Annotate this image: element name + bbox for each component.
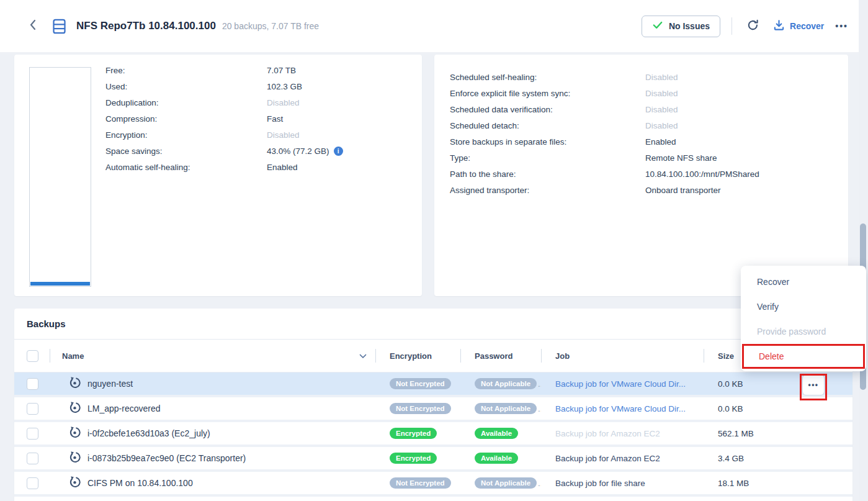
- row-actions-button[interactable]: •••: [802, 374, 825, 395]
- detail-row: Scheduled detach:Disabled: [450, 117, 838, 133]
- table-row[interactable]: i-0873b25b9ea7ec9e0 (EC2 Transporter)Enc…: [14, 447, 852, 472]
- page-title: NFS Repo7Tb 10.84.100.100: [76, 20, 216, 32]
- backup-name-label: i-0873b25b9ea7ec9e0 (EC2 Transporter): [87, 453, 246, 463]
- job-link: Backup job for Amazon EC2: [555, 429, 660, 438]
- menu-item-provide-password: Provide password: [741, 319, 866, 344]
- detail-value: 43.0% (77.2 GB)i: [267, 147, 343, 156]
- encryption-badge: Encrypted: [390, 453, 437, 464]
- detail-label: Compression:: [105, 114, 267, 124]
- detail-label: Path to the share:: [450, 169, 645, 179]
- password-badge: Not Applicable: [475, 403, 537, 414]
- table-row[interactable]: LM_app-recoveredNot EncryptedNot Applica…: [14, 397, 852, 422]
- column-header-password[interactable]: Password: [460, 340, 541, 372]
- table-row[interactable]: CIFS PM on 10.84.100.100Not EncryptedNot…: [14, 472, 852, 497]
- detail-label: Space savings:: [105, 147, 267, 156]
- job-link[interactable]: Backup job for Amazon EC2: [555, 454, 660, 463]
- more-actions-button[interactable]: •••: [835, 21, 848, 31]
- detail-label: Encryption:: [105, 130, 267, 140]
- detail-value: 10.84.100.100:/mnt/PMShared: [645, 169, 759, 179]
- row-checkbox[interactable]: [27, 403, 38, 415]
- backup-name-cell[interactable]: LM_app-recovered: [50, 401, 375, 416]
- info-icon[interactable]: i: [334, 147, 343, 156]
- repository-icon: [51, 18, 68, 35]
- job-link[interactable]: Backup job for VMware Cloud Dir...: [555, 404, 686, 413]
- row-checkbox[interactable]: [27, 428, 38, 440]
- password-cell: Not Applicable...: [460, 378, 541, 389]
- size-value: 0.0 KB: [718, 379, 743, 389]
- backup-name-cell[interactable]: i-0f2cbefe1e63d10a3 (Ec2_july): [50, 426, 375, 441]
- row-checkbox-cell: [14, 428, 50, 440]
- encryption-cell: Encrypted: [375, 453, 460, 464]
- row-checkbox-cell: [14, 403, 50, 415]
- detail-value: 102.3 GB: [267, 82, 302, 91]
- column-header-encryption[interactable]: Encryption: [375, 340, 460, 372]
- password-cell: Available: [460, 428, 541, 439]
- page-subtitle: 20 backups, 7.07 TB free: [222, 21, 319, 31]
- menu-item-delete[interactable]: Delete: [742, 344, 865, 369]
- size-value: 3.4 GB: [718, 454, 744, 463]
- header-checkbox-cell: [14, 340, 50, 372]
- storage-gauge: [29, 67, 91, 287]
- back-button[interactable]: [25, 18, 41, 34]
- password-cell: Not Applicable...: [460, 477, 541, 489]
- detail-row: Used:102.3 GB: [105, 78, 412, 94]
- menu-item-recover[interactable]: Recover: [741, 269, 866, 294]
- check-icon: [652, 20, 663, 32]
- top-bar-actions: No Issues Recover •••: [642, 0, 848, 52]
- menu-item-verify[interactable]: Verify: [741, 294, 866, 319]
- row-checkbox-cell: [14, 477, 50, 489]
- detail-row: Type:Remote NFS share: [450, 150, 838, 166]
- password-cell: Not Applicable...: [460, 403, 541, 414]
- encryption-cell: Not Encrypted: [375, 403, 460, 414]
- column-header-name[interactable]: Name: [50, 340, 375, 372]
- top-bar-left: NFS Repo7Tb 10.84.100.100 20 backups, 7.…: [25, 0, 319, 52]
- restore-point-icon: [68, 451, 81, 466]
- detail-label: Store backups in separate files:: [450, 137, 645, 147]
- encryption-badge: Not Encrypted: [390, 477, 451, 489]
- backup-name-cell[interactable]: CIFS PM on 10.84.100.100: [50, 476, 375, 490]
- detail-row: Scheduled self-healing:Disabled: [450, 69, 838, 85]
- backup-name-label: i-0f2cbefe1e63d10a3 (Ec2_july): [87, 428, 210, 438]
- sort-chevron-down-icon[interactable]: [359, 351, 367, 361]
- table-row[interactable]: nguyen-testNot EncryptedNot Applicable..…: [14, 372, 852, 397]
- backups-heading: Backups: [14, 309, 852, 340]
- detail-label: Deduplication:: [105, 98, 267, 107]
- no-issues-label: No Issues: [669, 21, 710, 31]
- recover-button[interactable]: Recover: [773, 19, 824, 34]
- row-checkbox[interactable]: [27, 477, 38, 489]
- detail-value: 7.07 TB: [267, 66, 296, 75]
- select-all-checkbox[interactable]: [27, 350, 38, 362]
- encryption-cell: Not Encrypted: [375, 378, 460, 389]
- size-cell: 18.1 MB: [704, 479, 787, 488]
- row-checkbox-cell: [14, 453, 50, 464]
- detail-row: Encryption:Disabled: [105, 127, 412, 143]
- backups-table-body: nguyen-testNot EncryptedNot Applicable..…: [14, 372, 852, 497]
- job-link[interactable]: Backup job for VMware Cloud Dir...: [555, 379, 686, 389]
- encryption-badge: Not Encrypted: [390, 403, 451, 414]
- detail-label: Type:: [450, 153, 645, 163]
- refresh-button[interactable]: [743, 17, 762, 35]
- restore-point-icon: [68, 376, 81, 391]
- column-header-job[interactable]: Job: [541, 340, 704, 372]
- detail-value: Disabled: [645, 73, 678, 82]
- job-cell: Backup job for file share: [541, 479, 704, 488]
- recover-label: Recover: [790, 21, 824, 31]
- no-issues-button[interactable]: No Issues: [642, 16, 720, 37]
- detail-value: Onboard transporter: [645, 186, 721, 195]
- row-checkbox[interactable]: [27, 453, 38, 464]
- backup-name-label: CIFS PM on 10.84.100.100: [87, 478, 193, 488]
- settings-detail-list: Scheduled self-healing:DisabledEnforce e…: [450, 55, 838, 198]
- backup-context-menu: RecoverVerifyProvide passwordDelete: [741, 266, 866, 371]
- size-cell: 3.4 GB: [704, 454, 787, 463]
- job-cell: Backup job for VMware Cloud Dir...: [541, 379, 704, 389]
- row-checkbox[interactable]: [27, 378, 38, 390]
- backup-name-cell[interactable]: i-0873b25b9ea7ec9e0 (EC2 Transporter): [50, 451, 375, 466]
- backup-name-cell[interactable]: nguyen-test: [50, 376, 375, 391]
- refresh-icon: [746, 19, 759, 34]
- job-cell: Backup job for Amazon EC2: [541, 454, 704, 463]
- job-link[interactable]: Backup job for file share: [555, 479, 645, 488]
- table-row[interactable]: i-0f2cbefe1e63d10a3 (Ec2_july)EncryptedA…: [14, 422, 852, 447]
- storage-summary-card: Free:7.07 TBUsed:102.3 GBDeduplication:D…: [14, 55, 422, 296]
- repository-detail-page: NFS Repo7Tb 10.84.100.100 20 backups, 7.…: [0, 0, 868, 501]
- summary-detail-list: Free:7.07 TBUsed:102.3 GBDeduplication:D…: [105, 55, 412, 175]
